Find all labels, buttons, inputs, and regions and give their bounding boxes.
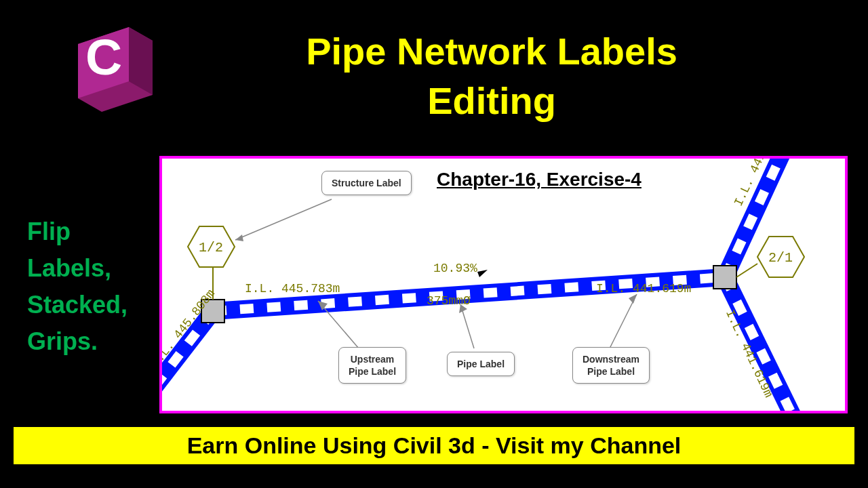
logo-letter: C [85,28,122,85]
callout-arrow-structure [235,235,243,241]
hex2-text: 2/1 [768,250,793,266]
hex1-text: 1/2 [199,240,223,256]
structure-2 [713,266,736,289]
diameter-text: 375mmØ [427,294,471,308]
callout-upstream-label: Upstream Pipe Label [338,347,406,384]
page-title: Pipe Network Labels Editing [203,27,780,126]
callout-structure-label: Structure Label [321,171,412,195]
sidebar-feature-list: Flip Labels, Stacked, Grips. [27,214,127,360]
sidebar-line2: Labels, [27,250,127,287]
sidebar-line3: Stacked, [27,287,127,323]
flow-arrow-icon [477,270,488,277]
callout-line-structure [235,199,332,240]
callout-downstream-label: Downstream Pipe Label [572,347,650,384]
title-line1: Pipe Network Labels [203,27,780,77]
app-logo: C [64,20,159,115]
sidebar-line4: Grips. [27,323,127,360]
sidebar-line1: Flip [27,214,127,250]
promo-text: Earn Online Using Civil 3d - Visit my Ch… [187,432,682,459]
il-downstream-text: I.L. 441.619m [596,282,691,296]
promo-banner[interactable]: Earn Online Using Civil 3d - Visit my Ch… [14,427,854,464]
diagram-panel: Chapter-16, Exercise-4 1/2 2/ [159,156,848,413]
il-upstream-text: I.L. 445.783m [245,282,340,296]
slope-text: 10.93% [433,262,477,275]
title-line2: Editing [203,77,780,126]
callout-arrow-downstream [629,294,637,304]
callout-pipe-label: Pipe Label [447,352,515,376]
